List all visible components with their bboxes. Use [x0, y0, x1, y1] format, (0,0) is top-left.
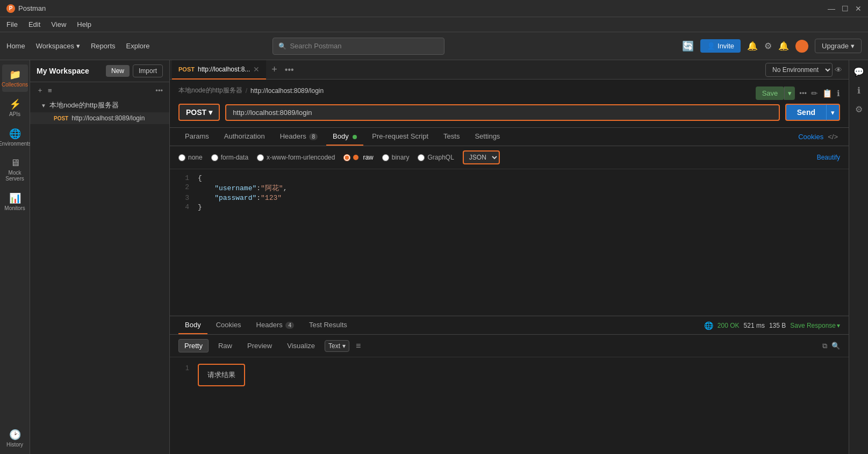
beautify-button[interactable]: Beautify — [817, 154, 840, 161]
bell-icon[interactable]: 🔔 — [778, 41, 789, 51]
sidebar-item-environments[interactable]: 🌐 Environments — [2, 124, 28, 151]
send-dropdown-button[interactable]: ▾ — [826, 104, 840, 121]
copy-icon[interactable]: ⧉ — [822, 342, 827, 350]
sort-icon[interactable]: ≡ — [48, 87, 52, 95]
resp-format-raw[interactable]: Raw — [213, 340, 238, 352]
icon-sidebar: 📁 Collections ⚡ APIs 🌐 Environments 🖥 Mo… — [0, 60, 30, 454]
sidebar-item-mock-servers[interactable]: 🖥 Mock Servers — [2, 153, 28, 186]
sub-item-name: http://localhost:8089/login — [71, 114, 145, 122]
tab-method: POST — [178, 66, 195, 73]
json-format-select[interactable]: JSON — [463, 150, 500, 164]
tab-authorization[interactable]: Authorization — [218, 128, 271, 146]
tab-close-icon[interactable]: ✕ — [253, 66, 260, 73]
tab-settings[interactable]: Settings — [468, 128, 506, 146]
import-button[interactable]: Import — [133, 64, 163, 77]
nav-home[interactable]: Home — [6, 42, 25, 50]
edit-icon[interactable]: ✏ — [811, 89, 818, 98]
body-type-none[interactable]: none — [178, 154, 203, 161]
response-meta: 🌐 200 OK 521 ms 135 B Save Response ▾ — [704, 321, 840, 330]
monitors-icon: 📊 — [9, 192, 21, 204]
sidebar-item-history[interactable]: 🕑 History — [2, 424, 28, 454]
resp-headers-badge: 4 — [285, 322, 294, 329]
send-button[interactable]: Send — [785, 104, 826, 121]
search-resp-icon[interactable]: 🔍 — [831, 342, 840, 350]
tab-headers[interactable]: Headers 8 — [274, 128, 324, 146]
resp-format-preview[interactable]: Preview — [242, 340, 277, 352]
menu-file[interactable]: File — [6, 20, 18, 28]
save-dropdown-button[interactable]: ▾ — [784, 87, 795, 100]
tab-params[interactable]: Params — [178, 128, 216, 146]
close-button[interactable]: ✕ — [855, 4, 862, 13]
maximize-button[interactable]: ☐ — [842, 4, 849, 13]
collection-sub-item[interactable]: POST http://localhost:8089/login — [30, 112, 169, 124]
nav-reports[interactable]: Reports — [91, 42, 116, 50]
minimize-button[interactable]: — — [828, 4, 835, 13]
body-type-urlencoded[interactable]: x-www-form-urlencoded — [257, 154, 335, 161]
text-format-select[interactable]: Text ▾ — [325, 340, 349, 352]
sidebar-item-monitors[interactable]: 📊 Monitors — [2, 188, 28, 215]
menu-help[interactable]: Help — [77, 20, 91, 28]
nav-workspaces[interactable]: Workspaces ▾ — [36, 42, 80, 50]
top-right-actions: 🔄 👤 Invite 🔔 ⚙ 🔔 Upgrade ▾ — [682, 39, 862, 53]
nav-explore[interactable]: Explore — [126, 42, 150, 50]
resp-tab-cookies[interactable]: Cookies — [210, 316, 248, 334]
menu-edit[interactable]: Edit — [28, 20, 40, 28]
resp-tab-test-results[interactable]: Test Results — [303, 316, 354, 334]
search-icon: 🔍 — [278, 42, 286, 50]
menu-view[interactable]: View — [51, 20, 66, 28]
code-editor[interactable]: 1 { 2 "username":"阿花", 3 "passward":"123… — [170, 169, 849, 315]
search-placeholder: Search Postman — [290, 42, 341, 50]
body-type-raw[interactable]: raw — [343, 154, 373, 161]
right-icon-comments[interactable]: 💬 — [851, 64, 866, 79]
code-view-icon[interactable]: </> — [826, 128, 840, 145]
save-response-button[interactable]: Save Response ▾ — [790, 322, 840, 329]
collection-item[interactable]: ▼ 本地node的http服务器 — [30, 98, 169, 112]
collection-name: 本地node的http服务器 — [49, 100, 119, 110]
upgrade-chevron-icon: ▾ — [851, 42, 855, 50]
more-options-icon[interactable]: ••• — [155, 87, 163, 95]
right-icon-settings2[interactable]: ⚙ — [853, 102, 865, 117]
sidebar-item-collections[interactable]: 📁 Collections — [2, 64, 28, 92]
tab-pre-request[interactable]: Pre-request Script — [365, 128, 435, 146]
sync-icon[interactable]: 🔄 — [682, 40, 694, 52]
cookies-link[interactable]: Cookies — [798, 133, 823, 141]
info-panel-icon[interactable]: ℹ — [837, 89, 840, 98]
url-input[interactable] — [225, 104, 780, 121]
search-bar[interactable]: 🔍 Search Postman — [272, 38, 444, 55]
upgrade-button[interactable]: Upgrade ▾ — [815, 39, 862, 53]
new-tab-button[interactable]: + — [267, 64, 282, 75]
avatar[interactable] — [795, 40, 808, 53]
tab-tests[interactable]: Tests — [437, 128, 466, 146]
method-select[interactable]: POST ▾ — [178, 104, 220, 121]
sidebar-item-apis[interactable]: ⚡ APIs — [2, 94, 28, 121]
more-options-btn[interactable]: ••• — [799, 89, 807, 97]
environment-select[interactable]: No Environment — [765, 63, 833, 77]
add-collection-icon[interactable]: ＋ — [37, 85, 44, 95]
body-type-binary[interactable]: binary — [382, 154, 410, 161]
notification-icon[interactable]: 🔔 — [747, 41, 758, 51]
eye-icon[interactable]: 👁 — [835, 66, 842, 74]
window-controls: — ☐ ✕ — [828, 4, 862, 13]
environments-icon: 🌐 — [9, 128, 21, 140]
workspace-title: My Workspace — [37, 67, 89, 75]
text-format-chevron-icon: ▾ — [342, 342, 346, 350]
body-type-form-data[interactable]: form-data — [211, 154, 248, 161]
right-icon-info[interactable]: ℹ — [855, 83, 863, 98]
line-number: 1 — [178, 174, 189, 182]
active-tab[interactable]: POST http://localhost:8... ✕ — [172, 60, 266, 80]
body-type-graphql[interactable]: GraphQL — [418, 154, 454, 161]
resp-tab-headers[interactable]: Headers 4 — [250, 316, 300, 334]
tab-body[interactable]: Body — [326, 128, 363, 146]
filter-icon[interactable]: ≡ — [354, 341, 363, 351]
breadcrumb-parent[interactable]: 本地node的http服务器 — [178, 86, 242, 95]
tab-more-icon[interactable]: ••• — [283, 65, 296, 75]
resp-format-visualize[interactable]: Visualize — [282, 340, 320, 352]
panel-header: My Workspace New Import — [30, 60, 169, 82]
new-button[interactable]: New — [106, 65, 130, 77]
invite-button[interactable]: 👤 Invite — [700, 39, 741, 53]
doc-icon[interactable]: 📋 — [822, 89, 833, 98]
resp-format-pretty[interactable]: Pretty — [178, 339, 209, 352]
settings-icon[interactable]: ⚙ — [764, 41, 772, 51]
save-button[interactable]: Save — [756, 87, 785, 100]
resp-tab-body[interactable]: Body — [178, 316, 207, 334]
